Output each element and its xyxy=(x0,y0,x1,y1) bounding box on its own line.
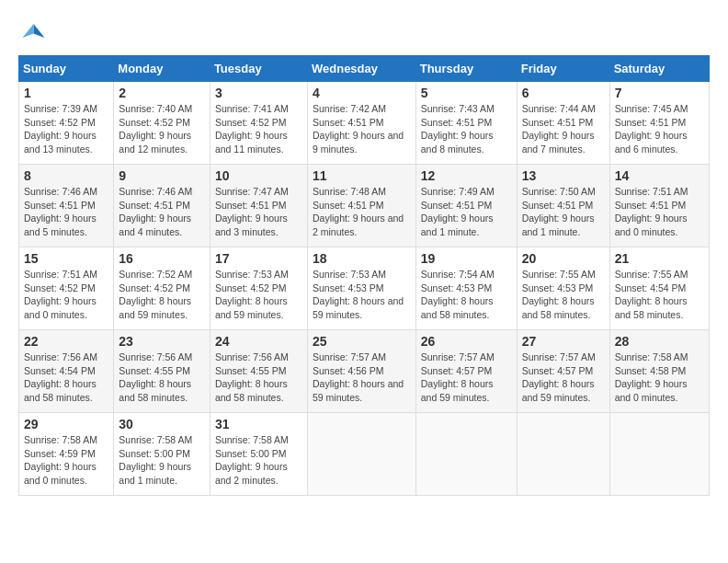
calendar-cell xyxy=(609,413,709,496)
day-info: Sunrise: 7:49 AMSunset: 4:51 PMDaylight:… xyxy=(421,185,512,239)
day-info: Sunrise: 7:46 AMSunset: 4:51 PMDaylight:… xyxy=(24,185,108,239)
day-header-wednesday: Wednesday xyxy=(307,56,415,82)
day-number: 28 xyxy=(615,334,704,349)
calendar-cell: 23Sunrise: 7:56 AMSunset: 4:55 PMDayligh… xyxy=(114,330,210,413)
calendar-cell: 14Sunrise: 7:51 AMSunset: 4:51 PMDayligh… xyxy=(609,165,709,247)
day-number: 23 xyxy=(119,334,205,349)
calendar-cell: 1Sunrise: 7:39 AMSunset: 4:52 PMDaylight… xyxy=(19,82,114,165)
day-info: Sunrise: 7:51 AMSunset: 4:52 PMDaylight:… xyxy=(24,268,108,322)
day-number: 12 xyxy=(421,168,512,183)
calendar-week-row: 22Sunrise: 7:56 AMSunset: 4:54 PMDayligh… xyxy=(19,330,710,413)
day-info: Sunrise: 7:40 AMSunset: 4:52 PMDaylight:… xyxy=(119,102,205,156)
calendar-cell: 17Sunrise: 7:53 AMSunset: 4:52 PMDayligh… xyxy=(210,247,307,330)
day-info: Sunrise: 7:56 AMSunset: 4:55 PMDaylight:… xyxy=(215,350,302,405)
day-header-thursday: Thursday xyxy=(415,56,517,82)
day-info: Sunrise: 7:56 AMSunset: 4:54 PMDaylight:… xyxy=(24,350,108,405)
day-number: 25 xyxy=(313,334,411,349)
svg-marker-1 xyxy=(23,24,34,38)
day-number: 1 xyxy=(24,86,108,100)
calendar-week-row: 8Sunrise: 7:46 AMSunset: 4:51 PMDaylight… xyxy=(19,165,710,247)
day-info: Sunrise: 7:47 AMSunset: 4:51 PMDaylight:… xyxy=(215,185,302,239)
day-number: 26 xyxy=(421,334,512,349)
day-number: 27 xyxy=(522,334,605,349)
day-number: 9 xyxy=(119,168,205,183)
day-info: Sunrise: 7:56 AMSunset: 4:55 PMDaylight:… xyxy=(119,350,205,405)
day-info: Sunrise: 7:44 AMSunset: 4:51 PMDaylight:… xyxy=(522,102,605,156)
day-info: Sunrise: 7:48 AMSunset: 4:51 PMDaylight:… xyxy=(313,185,411,239)
day-number: 24 xyxy=(215,334,302,349)
day-number: 13 xyxy=(522,168,605,183)
day-number: 19 xyxy=(421,251,512,266)
day-info: Sunrise: 7:50 AMSunset: 4:51 PMDaylight:… xyxy=(522,185,605,239)
day-number: 10 xyxy=(215,168,302,183)
day-info: Sunrise: 7:51 AMSunset: 4:51 PMDaylight:… xyxy=(615,185,704,239)
calendar-cell: 15Sunrise: 7:51 AMSunset: 4:52 PMDayligh… xyxy=(19,247,114,330)
calendar-cell: 22Sunrise: 7:56 AMSunset: 4:54 PMDayligh… xyxy=(19,330,114,413)
day-info: Sunrise: 7:52 AMSunset: 4:52 PMDaylight:… xyxy=(119,268,205,322)
day-number: 22 xyxy=(24,334,108,349)
calendar-cell: 26Sunrise: 7:57 AMSunset: 4:57 PMDayligh… xyxy=(415,330,517,413)
day-info: Sunrise: 7:42 AMSunset: 4:51 PMDaylight:… xyxy=(313,102,411,156)
day-info: Sunrise: 7:58 AMSunset: 4:58 PMDaylight:… xyxy=(615,350,704,405)
day-info: Sunrise: 7:58 AMSunset: 5:00 PMDaylight:… xyxy=(119,433,205,488)
day-info: Sunrise: 7:46 AMSunset: 4:51 PMDaylight:… xyxy=(119,185,205,239)
calendar-cell xyxy=(415,413,517,496)
calendar-table: SundayMondayTuesdayWednesdayThursdayFrid… xyxy=(18,55,710,496)
day-number: 6 xyxy=(522,86,605,100)
calendar-cell: 20Sunrise: 7:55 AMSunset: 4:53 PMDayligh… xyxy=(517,247,609,330)
calendar-header-row: SundayMondayTuesdayWednesdayThursdayFrid… xyxy=(19,56,710,82)
day-info: Sunrise: 7:45 AMSunset: 4:51 PMDaylight:… xyxy=(615,102,704,156)
day-info: Sunrise: 7:57 AMSunset: 4:57 PMDaylight:… xyxy=(421,350,512,405)
day-header-tuesday: Tuesday xyxy=(210,56,307,82)
calendar-cell: 25Sunrise: 7:57 AMSunset: 4:56 PMDayligh… xyxy=(307,330,415,413)
day-header-saturday: Saturday xyxy=(609,56,709,82)
calendar-cell xyxy=(517,413,609,496)
calendar-cell: 31Sunrise: 7:58 AMSunset: 5:00 PMDayligh… xyxy=(210,413,307,496)
calendar-week-row: 1Sunrise: 7:39 AMSunset: 4:52 PMDaylight… xyxy=(19,82,710,165)
calendar-cell: 5Sunrise: 7:43 AMSunset: 4:51 PMDaylight… xyxy=(415,82,517,165)
day-info: Sunrise: 7:58 AMSunset: 4:59 PMDaylight:… xyxy=(24,433,108,488)
day-number: 29 xyxy=(24,417,108,431)
calendar-week-row: 29Sunrise: 7:58 AMSunset: 4:59 PMDayligh… xyxy=(19,413,710,496)
calendar-cell: 21Sunrise: 7:55 AMSunset: 4:54 PMDayligh… xyxy=(609,247,709,330)
day-number: 15 xyxy=(24,251,108,266)
day-number: 7 xyxy=(615,86,704,100)
day-header-sunday: Sunday xyxy=(19,56,114,82)
day-number: 3 xyxy=(215,86,302,100)
day-number: 5 xyxy=(421,86,512,100)
day-number: 18 xyxy=(313,251,411,266)
day-info: Sunrise: 7:58 AMSunset: 5:00 PMDaylight:… xyxy=(215,433,302,488)
day-info: Sunrise: 7:39 AMSunset: 4:52 PMDaylight:… xyxy=(24,102,108,156)
day-info: Sunrise: 7:41 AMSunset: 4:52 PMDaylight:… xyxy=(215,102,302,156)
day-number: 11 xyxy=(313,168,411,183)
calendar-cell: 19Sunrise: 7:54 AMSunset: 4:53 PMDayligh… xyxy=(415,247,517,330)
day-number: 31 xyxy=(215,417,302,431)
day-info: Sunrise: 7:53 AMSunset: 4:52 PMDaylight:… xyxy=(215,268,302,322)
calendar-cell: 12Sunrise: 7:49 AMSunset: 4:51 PMDayligh… xyxy=(415,165,517,247)
day-info: Sunrise: 7:53 AMSunset: 4:53 PMDaylight:… xyxy=(313,268,411,322)
page-header xyxy=(18,18,710,46)
calendar-cell: 9Sunrise: 7:46 AMSunset: 4:51 PMDaylight… xyxy=(114,165,210,247)
calendar-cell: 27Sunrise: 7:57 AMSunset: 4:57 PMDayligh… xyxy=(517,330,609,413)
calendar-cell: 18Sunrise: 7:53 AMSunset: 4:53 PMDayligh… xyxy=(307,247,415,330)
calendar-cell: 13Sunrise: 7:50 AMSunset: 4:51 PMDayligh… xyxy=(517,165,609,247)
day-info: Sunrise: 7:57 AMSunset: 4:57 PMDaylight:… xyxy=(522,350,605,405)
calendar-cell: 4Sunrise: 7:42 AMSunset: 4:51 PMDaylight… xyxy=(307,82,415,165)
day-number: 17 xyxy=(215,251,302,266)
day-number: 16 xyxy=(119,251,205,266)
day-header-monday: Monday xyxy=(114,56,210,82)
day-number: 8 xyxy=(24,168,108,183)
day-number: 20 xyxy=(522,251,605,266)
day-info: Sunrise: 7:54 AMSunset: 4:53 PMDaylight:… xyxy=(421,268,512,322)
calendar-cell: 8Sunrise: 7:46 AMSunset: 4:51 PMDaylight… xyxy=(19,165,114,247)
calendar-cell: 6Sunrise: 7:44 AMSunset: 4:51 PMDaylight… xyxy=(517,82,609,165)
day-info: Sunrise: 7:55 AMSunset: 4:53 PMDaylight:… xyxy=(522,268,605,322)
calendar-cell: 10Sunrise: 7:47 AMSunset: 4:51 PMDayligh… xyxy=(210,165,307,247)
calendar-cell: 29Sunrise: 7:58 AMSunset: 4:59 PMDayligh… xyxy=(19,413,114,496)
calendar-cell: 16Sunrise: 7:52 AMSunset: 4:52 PMDayligh… xyxy=(114,247,210,330)
day-info: Sunrise: 7:57 AMSunset: 4:56 PMDaylight:… xyxy=(313,350,411,405)
calendar-cell: 24Sunrise: 7:56 AMSunset: 4:55 PMDayligh… xyxy=(210,330,307,413)
calendar-cell: 2Sunrise: 7:40 AMSunset: 4:52 PMDaylight… xyxy=(114,82,210,165)
calendar-cell: 30Sunrise: 7:58 AMSunset: 5:00 PMDayligh… xyxy=(114,413,210,496)
calendar-cell xyxy=(307,413,415,496)
